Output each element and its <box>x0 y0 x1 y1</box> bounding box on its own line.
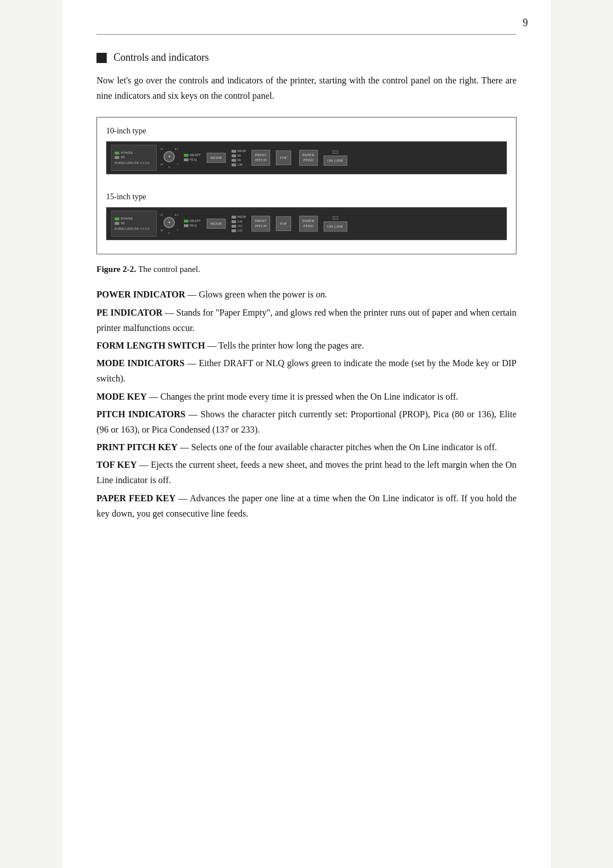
prop-label-15: PROP <box>237 215 246 219</box>
nlq-label: NLQ <box>190 158 196 161</box>
term-power-separator: — <box>187 290 199 299</box>
tof-key[interactable]: TOF <box>276 150 291 165</box>
term-tof-key: TOF KEY — Ejects the current sheet, feed… <box>96 457 517 488</box>
online-group-15: ON LINE <box>324 216 347 232</box>
paper-feed-key-15[interactable]: PAPERFEED <box>299 216 318 232</box>
term-mode-key-separator: — <box>149 392 160 401</box>
section-title: Controls and indicators <box>114 52 209 64</box>
dial-bottom-6-15: 6 <box>169 232 170 234</box>
online-key-15[interactable]: ON LINE <box>324 221 347 232</box>
term-mode-key: MODE KEY — Changes the print mode every … <box>96 389 517 404</box>
mode-key-15[interactable]: MODE <box>207 219 226 229</box>
draft-led-15 <box>184 220 188 223</box>
form-length-row: FORM LENGTH 3.5 5.5 <box>115 161 153 165</box>
dial-bottom-6: 6 <box>169 166 170 169</box>
pitch-136-led-15 <box>232 220 236 223</box>
dial-top-numbers-15: 128.5 <box>160 213 178 216</box>
dial-top-numbers: 128.5 <box>160 148 178 150</box>
term-print-pitch-key-separator: — <box>180 442 191 452</box>
prop-row: PROP <box>232 149 246 153</box>
term-power-italic: on. <box>316 290 327 299</box>
pe-led <box>115 156 119 159</box>
term-power-indicator-label: POWER INDICATOR <box>96 290 185 299</box>
nlq-label-15: NLQ <box>190 224 196 227</box>
mode-indicators: DRAFT NLQ <box>184 153 201 161</box>
draft-indicator-15: DRAFT <box>184 219 201 223</box>
figure-label: Figure 2-2. <box>96 265 136 274</box>
form-length-label-15: FORM LENGTH <box>115 227 139 230</box>
pitch-80-num: 80 <box>237 154 241 157</box>
term-mode-key-label: MODE KEY <box>96 392 146 401</box>
pitch-136-row-15: 136 <box>232 220 246 223</box>
form-length-numbers: 3.5 5.5 <box>140 161 150 165</box>
term-mode-indicators-separator: — <box>187 358 199 368</box>
page-number: 9 <box>523 17 528 29</box>
term-mode-indicators-label: MODE INDICATORS <box>96 358 184 368</box>
term-pe-label: PE INDICATOR <box>96 308 162 317</box>
prop-row-15: PROP <box>232 215 246 219</box>
control-panel-10inch: POWER PE FORM LENGTH 3.5 5.5 128.5 <box>106 141 507 174</box>
online-group: ON LINE <box>324 150 347 166</box>
online-led <box>333 150 338 154</box>
term-paper-feed-key-separator: — <box>178 493 190 503</box>
mode-indicators-15: DRAFT NLQ <box>184 219 201 227</box>
pitch-233-led-15 <box>232 229 236 232</box>
pitch-163-led-15 <box>232 225 236 228</box>
term-form-length-definition: Tells the printer how long the pages are… <box>219 341 364 350</box>
term-tof-key-definition: Ejects the current sheet, feeds a new sh… <box>96 460 517 485</box>
power-led <box>115 152 119 154</box>
left-indicators-group: POWER PE FORM LENGTH 3.5 5.5 <box>111 145 157 171</box>
panel-10inch-label: 10-inch type <box>106 127 507 136</box>
left-indicators-group-15: POWER PE FORM LENGTH 3.5 5.5 <box>111 211 157 237</box>
prop-led-15 <box>232 216 236 219</box>
dial-circle-15 <box>163 217 175 228</box>
section-header: Controls and indicators <box>96 52 517 64</box>
power-indicator-row-15: POWER <box>115 217 153 220</box>
pe-led-15 <box>115 222 119 225</box>
mode-key-group-15: MODE <box>207 219 226 229</box>
dial-center <box>169 156 170 157</box>
form-length-dial: 128.5 147 6 <box>160 145 178 171</box>
term-power-definition: Glows green when the power is on. <box>199 290 327 299</box>
pitch-136-num: 136 <box>237 163 242 166</box>
term-print-pitch-key-definition: Selects one of the four available charac… <box>191 442 497 452</box>
term-paper-feed-key-label: PAPER FEED KEY <box>96 493 175 503</box>
paper-feed-key[interactable]: PAPERFEED <box>299 150 318 166</box>
term-form-length-separator: — <box>207 341 219 350</box>
pitch-96-row: 96 <box>232 158 246 162</box>
dial-circle <box>163 151 175 162</box>
power-led-15 <box>115 217 119 220</box>
print-pitch-key-15[interactable]: PRINTPITCH <box>251 216 270 232</box>
draft-nlq-group: DRAFT NLQ <box>184 153 201 162</box>
pitch-233-num-15: 233 <box>237 229 242 232</box>
pitch-80-row: 80 <box>232 154 246 157</box>
pe-indicator-row-15: PE <box>115 221 153 225</box>
term-paper-feed-key: PAPER FEED KEY — Advances the paper one … <box>96 490 517 521</box>
term-pitch-indicators-label: PITCH INDICATORS <box>96 409 186 419</box>
online-key[interactable]: ON LINE <box>324 156 347 166</box>
term-pe-separator: — <box>165 308 176 317</box>
power-label: POWER <box>121 151 133 154</box>
pe-label-15: PE <box>121 221 125 225</box>
nlq-indicator-15: NLQ <box>184 224 201 227</box>
pitch-96-led <box>232 159 236 162</box>
term-pe-indicator: PE INDICATOR — Stands for "Paper Empty",… <box>96 305 517 336</box>
nlq-indicator: NLQ <box>184 158 201 161</box>
dial-center-15 <box>169 221 170 223</box>
control-panel-15inch: POWER PE FORM LENGTH 3.5 5.5 128.5 <box>106 207 507 240</box>
section-icon <box>96 53 107 63</box>
draft-label-15: DRAFT <box>190 219 201 223</box>
pe-label: PE <box>121 156 125 159</box>
nlq-led <box>184 158 188 161</box>
top-rule <box>96 34 517 35</box>
nlq-led-15 <box>184 224 188 227</box>
pitch-163-row-15: 163 <box>232 224 246 228</box>
mode-key[interactable]: MODE <box>207 153 226 163</box>
print-pitch-key[interactable]: PRINTPITCH <box>251 150 270 166</box>
terms-section: POWER INDICATOR — Glows green when the p… <box>96 287 517 521</box>
tof-key-15[interactable]: TOF <box>276 216 291 231</box>
pe-indicator-row: PE <box>115 156 153 159</box>
form-length-label: FORM LENGTH <box>115 161 139 165</box>
term-print-pitch-key-label: PRINT PITCH KEY <box>96 442 178 452</box>
pitch-136-num-15: 136 <box>237 220 242 223</box>
